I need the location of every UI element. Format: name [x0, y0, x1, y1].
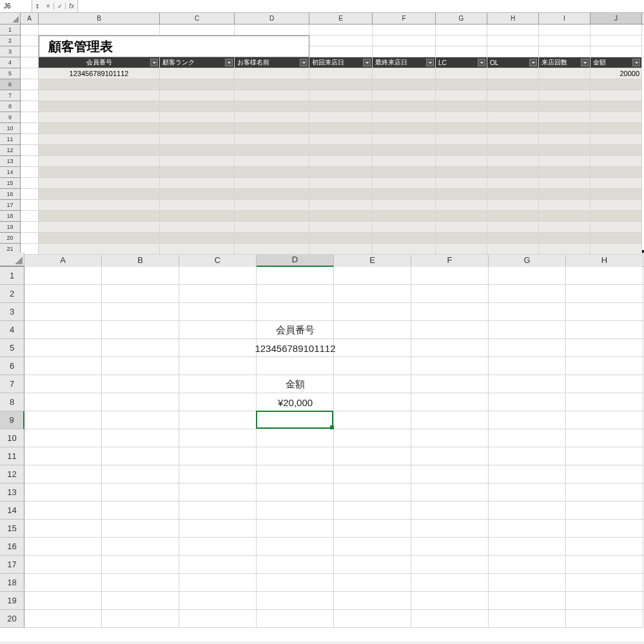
cell[interactable] — [235, 112, 309, 123]
cell[interactable] — [235, 145, 309, 156]
cell[interactable] — [160, 222, 235, 233]
cell[interactable] — [566, 429, 643, 447]
cell[interactable] — [590, 211, 642, 222]
cell[interactable] — [411, 574, 489, 592]
cell[interactable] — [160, 178, 235, 189]
cell[interactable] — [373, 123, 436, 134]
cell[interactable] — [411, 285, 489, 303]
cell[interactable] — [160, 68, 235, 79]
cell[interactable] — [235, 134, 309, 145]
cell[interactable] — [24, 502, 102, 520]
row-header-20[interactable]: 20 — [0, 610, 24, 628]
cell[interactable] — [235, 222, 309, 233]
cell[interactable] — [373, 46, 436, 57]
cell[interactable] — [257, 538, 334, 556]
cell[interactable] — [590, 145, 642, 156]
cell[interactable] — [179, 429, 257, 447]
cell[interactable] — [257, 411, 334, 429]
row-header-15[interactable]: 15 — [0, 520, 24, 538]
col-header-A[interactable]: A — [21, 13, 39, 24]
cell[interactable] — [309, 167, 373, 178]
cell[interactable] — [39, 178, 160, 189]
cell[interactable] — [590, 222, 642, 233]
cell[interactable] — [235, 167, 309, 178]
cell[interactable] — [334, 610, 411, 628]
cell[interactable] — [235, 178, 309, 189]
cell[interactable] — [539, 101, 590, 112]
cell[interactable] — [487, 123, 539, 134]
cell[interactable] — [21, 156, 39, 167]
cell[interactable] — [334, 502, 411, 520]
cell[interactable] — [309, 101, 373, 112]
cell[interactable] — [539, 233, 590, 244]
col-header-E[interactable]: E — [334, 253, 411, 267]
cell[interactable] — [24, 393, 102, 411]
cell[interactable] — [539, 24, 590, 35]
cell[interactable] — [257, 520, 334, 538]
cell[interactable] — [102, 538, 179, 556]
col-header-F[interactable]: F — [411, 253, 489, 267]
cell[interactable] — [39, 90, 160, 101]
cell[interactable] — [160, 189, 235, 200]
row-header-16[interactable]: 16 — [0, 189, 21, 200]
cell[interactable] — [309, 145, 373, 156]
filter-dropdown-icon[interactable] — [300, 59, 307, 66]
cell[interactable] — [102, 411, 179, 429]
cell[interactable]: 金額 — [590, 57, 642, 68]
cell[interactable] — [160, 24, 235, 35]
row-header-8[interactable]: 8 — [0, 393, 24, 411]
col-header-A[interactable]: A — [24, 253, 102, 267]
cell[interactable] — [102, 357, 179, 375]
cell[interactable] — [334, 483, 411, 502]
row-header-18[interactable]: 18 — [0, 574, 24, 592]
cell[interactable] — [566, 592, 643, 610]
cell[interactable] — [309, 189, 373, 200]
cell[interactable] — [21, 90, 39, 101]
cell[interactable] — [257, 357, 334, 375]
cell[interactable] — [489, 538, 566, 556]
cell[interactable] — [257, 267, 334, 285]
cell[interactable] — [102, 592, 179, 610]
cell[interactable] — [539, 112, 590, 123]
cell[interactable] — [489, 285, 566, 303]
cell[interactable] — [179, 592, 257, 610]
cell[interactable] — [179, 556, 257, 574]
cell[interactable] — [179, 610, 257, 628]
cell[interactable] — [539, 46, 590, 57]
cell[interactable] — [102, 321, 179, 339]
col-header-E[interactable]: E — [309, 13, 373, 24]
cell[interactable] — [160, 101, 235, 112]
cell[interactable] — [590, 189, 642, 200]
row-header-20[interactable]: 20 — [0, 233, 21, 244]
cell[interactable] — [590, 233, 642, 244]
cell[interactable] — [487, 211, 539, 222]
cell[interactable] — [102, 375, 179, 393]
cell[interactable] — [436, 68, 487, 79]
filter-dropdown-icon[interactable] — [426, 59, 434, 66]
row-header-4[interactable]: 4 — [0, 57, 21, 68]
cell[interactable] — [309, 112, 373, 123]
cell[interactable] — [334, 538, 411, 556]
cell[interactable] — [411, 375, 489, 393]
cell[interactable] — [257, 502, 334, 520]
cell[interactable] — [102, 339, 179, 357]
cell[interactable] — [39, 79, 160, 90]
cell[interactable] — [489, 429, 566, 447]
cell[interactable] — [411, 303, 489, 321]
row-header-6[interactable]: 6 — [0, 357, 24, 375]
cell[interactable] — [257, 592, 334, 610]
cell[interactable] — [489, 502, 566, 520]
cell[interactable] — [160, 211, 235, 222]
row-header-11[interactable]: 11 — [0, 447, 24, 465]
cell[interactable] — [179, 520, 257, 538]
cell[interactable] — [590, 101, 642, 112]
cell[interactable] — [566, 411, 643, 429]
row-header-12[interactable]: 12 — [0, 465, 24, 483]
row-header-2[interactable]: 2 — [0, 35, 21, 46]
cell[interactable] — [487, 244, 539, 255]
cell[interactable] — [487, 134, 539, 145]
cell[interactable] — [411, 592, 489, 610]
cell[interactable] — [566, 574, 643, 592]
cell[interactable] — [566, 465, 643, 483]
cell[interactable] — [487, 222, 539, 233]
